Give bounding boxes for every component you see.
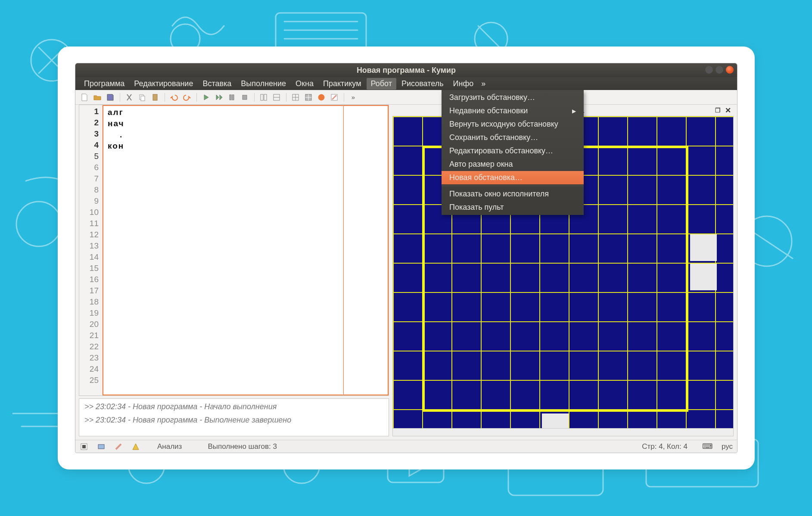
line-number: 15 bbox=[79, 263, 99, 274]
layout1-icon[interactable] bbox=[258, 92, 269, 103]
menu-info[interactable]: Инфо bbox=[449, 78, 478, 90]
maximize-icon[interactable] bbox=[716, 66, 723, 74]
menubar: Программа Редактирование Вставка Выполне… bbox=[75, 77, 737, 90]
menu-insert[interactable]: Вставка bbox=[198, 78, 236, 90]
menu-program[interactable]: Программа bbox=[80, 78, 129, 90]
line-number: 16 bbox=[79, 274, 99, 285]
line-number: 14 bbox=[79, 252, 99, 263]
horizontal-scrollbar[interactable] bbox=[392, 429, 734, 436]
line-number: 10 bbox=[79, 207, 99, 218]
line-number: 18 bbox=[79, 296, 99, 308]
undo-icon[interactable] bbox=[168, 92, 180, 103]
line-number: 6 bbox=[79, 162, 99, 173]
statusbar: Анализ Выполнено шагов: 3 Стр: 4, Кол: 4… bbox=[75, 440, 737, 453]
line-number: 2 bbox=[79, 117, 99, 128]
svg-rect-15 bbox=[230, 95, 231, 100]
menu-overflow[interactable]: » bbox=[479, 78, 488, 90]
line-number: 17 bbox=[79, 285, 99, 296]
status-icon-1[interactable] bbox=[80, 442, 88, 451]
line-number: 13 bbox=[79, 240, 99, 252]
actor-icon[interactable] bbox=[316, 92, 327, 103]
line-number: 9 bbox=[79, 196, 99, 207]
svg-rect-16 bbox=[232, 95, 234, 100]
line-number: 21 bbox=[79, 330, 99, 341]
toolbar-overflow-icon[interactable]: » bbox=[348, 92, 359, 103]
line-number: 22 bbox=[79, 341, 99, 352]
code-line: нач bbox=[108, 118, 343, 129]
layout2-icon[interactable] bbox=[271, 92, 282, 103]
output-console: >> 23:02:34 - Новая программа - Начало в… bbox=[79, 398, 389, 436]
run-icon[interactable] bbox=[200, 92, 212, 103]
status-steps: Выполнено шагов: 3 bbox=[208, 442, 277, 451]
menu-painter[interactable]: Рисователь bbox=[397, 78, 448, 90]
open-file-icon[interactable] bbox=[92, 92, 103, 103]
svg-rect-27 bbox=[98, 445, 104, 449]
titlebar: Новая программа - Кумир bbox=[75, 63, 737, 77]
dropdown-item[interactable]: Вернуть исходную обстановку bbox=[442, 118, 584, 131]
dropdown-item[interactable]: Сохранить обстановку… bbox=[442, 131, 584, 144]
painted-cell bbox=[690, 234, 717, 261]
svg-point-5 bbox=[16, 202, 61, 246]
settings-icon[interactable] bbox=[329, 92, 340, 103]
line-number: 25 bbox=[79, 375, 99, 386]
line-number: 5 bbox=[79, 151, 99, 162]
status-cursor: Стр: 4, Кол: 4 bbox=[642, 442, 688, 451]
app-window: Новая программа - Кумир Программа Редакт… bbox=[75, 63, 737, 453]
status-icon-4[interactable] bbox=[131, 442, 140, 451]
dropdown-item[interactable]: Показать окно исполнителя bbox=[442, 187, 584, 201]
line-gutter: 1234567891011121314151617181920212223242… bbox=[79, 105, 103, 395]
wall bbox=[422, 409, 688, 412]
minimize-icon[interactable] bbox=[705, 66, 713, 74]
stop-icon[interactable] bbox=[239, 92, 250, 103]
wall bbox=[686, 146, 688, 412]
dropdown-item[interactable]: Редактировать обстановку… bbox=[442, 144, 584, 158]
svg-rect-19 bbox=[264, 94, 267, 100]
line-number: 23 bbox=[79, 352, 99, 364]
close-pane-icon[interactable]: ✕ bbox=[725, 106, 731, 115]
line-number: 12 bbox=[79, 229, 99, 240]
svg-rect-2 bbox=[276, 13, 366, 52]
wall bbox=[422, 146, 425, 412]
robot-menu-dropdown: Загрузить обстановку…Недавние обстановки… bbox=[442, 90, 584, 215]
cut-icon[interactable] bbox=[124, 92, 135, 103]
menu-practicum[interactable]: Практикум bbox=[319, 78, 366, 90]
status-kbd-icon[interactable]: ⌨ bbox=[702, 442, 713, 451]
svg-rect-26 bbox=[82, 445, 86, 448]
line-number: 8 bbox=[79, 184, 99, 196]
code-editor[interactable]: 1234567891011121314151617181920212223242… bbox=[79, 105, 389, 396]
dropdown-item[interactable]: Авто размер окна bbox=[442, 158, 584, 171]
save-file-icon[interactable] bbox=[105, 92, 116, 103]
window-title: Новая программа - Кумир bbox=[357, 66, 456, 75]
status-icon-3[interactable] bbox=[114, 442, 123, 451]
code-line: алг bbox=[108, 107, 343, 118]
menu-run[interactable]: Выполнение bbox=[236, 78, 290, 90]
pause-icon[interactable] bbox=[226, 92, 237, 103]
grid1-icon[interactable] bbox=[290, 92, 301, 103]
painted-cell bbox=[690, 264, 717, 290]
redo-icon[interactable] bbox=[181, 92, 193, 103]
code-area[interactable]: алг нач . кон bbox=[103, 105, 343, 395]
status-mode: Анализ bbox=[157, 442, 182, 451]
painted-cell bbox=[542, 413, 569, 429]
dropdown-item[interactable]: Новая обстановка… bbox=[442, 171, 584, 184]
dropdown-item[interactable]: Загрузить обстановку… bbox=[442, 91, 584, 104]
line-number: 7 bbox=[79, 173, 99, 184]
paste-icon[interactable] bbox=[149, 92, 161, 103]
copy-icon[interactable] bbox=[137, 92, 148, 103]
status-icon-2[interactable] bbox=[97, 442, 106, 451]
step-icon[interactable] bbox=[213, 92, 224, 103]
svg-rect-17 bbox=[243, 95, 247, 99]
grid2-icon[interactable] bbox=[303, 92, 314, 103]
menu-windows[interactable]: Окна bbox=[291, 78, 318, 90]
dropdown-item[interactable]: Показать пульт bbox=[442, 201, 584, 214]
new-file-icon[interactable] bbox=[79, 92, 90, 103]
values-column bbox=[343, 105, 389, 395]
submenu-arrow-icon: ▶ bbox=[572, 108, 576, 114]
console-line: >> 23:02:34 - Новая программа - Выполнен… bbox=[84, 416, 383, 425]
close-icon[interactable] bbox=[726, 66, 734, 74]
dropdown-item[interactable]: Недавние обстановки▶ bbox=[442, 104, 584, 118]
menu-edit[interactable]: Редактирование bbox=[130, 78, 197, 90]
status-lang: рус bbox=[722, 442, 733, 451]
popout-icon[interactable]: ❐ bbox=[715, 107, 721, 114]
menu-robot[interactable]: Робот bbox=[367, 78, 396, 90]
